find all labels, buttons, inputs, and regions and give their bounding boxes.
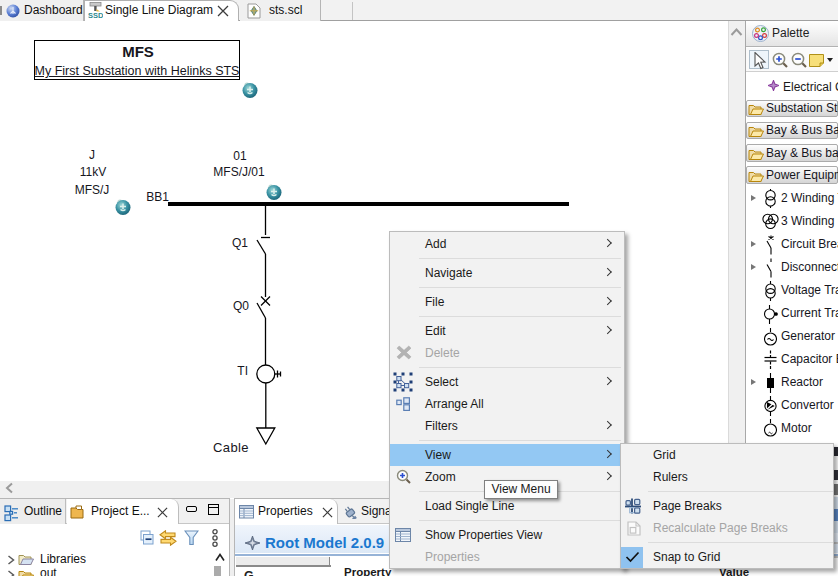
svg-text:SSD: SSD — [88, 11, 103, 19]
